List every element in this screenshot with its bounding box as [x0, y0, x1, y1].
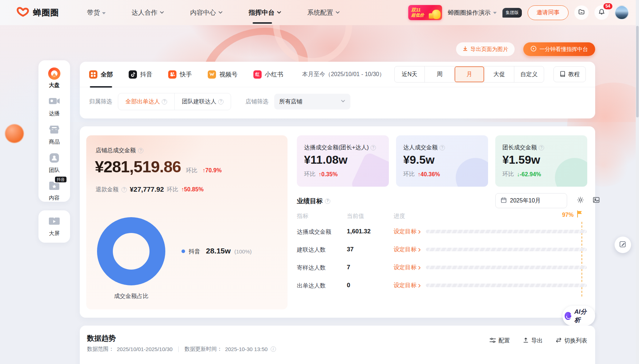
goal-progress-bar	[426, 284, 587, 287]
set-goal-link[interactable]: 设定目标	[394, 264, 422, 271]
menu-item-daihuo[interactable]: 带货	[74, 0, 119, 25]
owner-filter-label: 归属筛选	[89, 98, 112, 106]
trend-export-button[interactable]: 导出	[523, 337, 543, 345]
help-icon[interactable]: ?	[539, 145, 544, 150]
shop-gmv-value-row: ¥281,519.86 环比 ↑70.9%	[95, 158, 222, 176]
time-range-segmented: 近N天 周 月 大促 自定义	[394, 66, 544, 83]
tab-xiaohongshu[interactable]: 红 小红书	[253, 62, 283, 87]
account-switcher[interactable]: 蝉圈圈操作演示	[448, 9, 497, 17]
logo-text: 蝉圈圈	[33, 7, 59, 18]
help-icon[interactable]: ?	[371, 145, 376, 150]
douyin-tag-badge: 抖音	[55, 177, 66, 182]
team-icon	[49, 153, 60, 165]
dashboard-icon	[48, 67, 60, 80]
user-avatar[interactable]	[615, 5, 629, 20]
goal-progress-bar	[426, 266, 587, 269]
left-sidebar-bottom: 大屏	[38, 210, 70, 243]
goals-title: 业绩目标 ?	[297, 197, 330, 205]
goal-col-current: 当前值	[347, 213, 364, 220]
intro-video-button[interactable]: 一分钟看懂指挥中台	[523, 42, 595, 56]
data-range-value: 2025/10/01-2025/10/30	[117, 346, 173, 352]
ai-analysis-button[interactable]: AI分析	[562, 306, 595, 326]
tutorial-button[interactable]: 教程	[553, 66, 586, 82]
notifications-button[interactable]: 54	[594, 5, 609, 20]
goal-col-metric: 指标	[297, 213, 308, 220]
folder-icon	[578, 8, 585, 17]
help-icon[interactable]: ?	[218, 99, 224, 104]
shop-select[interactable]: 所有店铺	[274, 94, 350, 109]
sidebar-item-tuandui[interactable]: 团队	[49, 153, 60, 174]
stat-value: ¥1.59w	[502, 153, 540, 167]
card-decoration	[350, 151, 389, 187]
sidebar-item-daping[interactable]: 大屏	[48, 216, 60, 237]
menu-item-darenhezuo[interactable]: 达人合作	[119, 0, 177, 25]
goal-month-picker[interactable]: 2025年10月	[495, 193, 567, 208]
files-button[interactable]	[574, 5, 589, 20]
menu-item-xitongpeizhi[interactable]: 系统配置	[294, 0, 353, 25]
caret-down-icon	[102, 9, 106, 17]
sidebar-item-dabo[interactable]: 达播	[48, 96, 60, 117]
sidebar-item-dapan[interactable]: 大盘	[48, 67, 60, 89]
set-goal-link[interactable]: 设定目标	[394, 246, 422, 253]
trend-switch-list-button[interactable]: 切换列表	[556, 337, 587, 345]
stat-card-daren-gmv: 达人成交金额 ? ¥9.5w 环比 ↑40.36%	[396, 135, 488, 187]
tab-all[interactable]: 全部	[89, 62, 113, 87]
range-week[interactable]: 周	[424, 66, 454, 82]
tab-douyin[interactable]: 抖音	[129, 62, 152, 87]
hero-actions: 导出页面为图片 一分钟看懂指挥中台	[456, 42, 595, 56]
double11-promo-banner[interactable]: 双11 超低价	[408, 5, 442, 20]
chip-team-connected-creators[interactable]: 团队建联达人 ?	[174, 93, 231, 110]
menu-item-neirongzhongxin[interactable]: 内容中心	[177, 0, 236, 25]
play-circle-icon	[530, 46, 537, 53]
tab-kuaishou[interactable]: 快手	[168, 62, 192, 87]
help-icon[interactable]: ?	[121, 187, 127, 192]
set-goal-link[interactable]: 设定目标	[394, 282, 422, 289]
goal-row-name: 寄样达人数	[297, 264, 326, 272]
info-icon[interactable]: i	[271, 346, 276, 352]
goal-col-progress: 进度	[394, 213, 405, 220]
help-icon[interactable]: ?	[138, 148, 143, 153]
donut-caption: 成交金额占比	[102, 293, 160, 300]
promo-mascot-icon	[432, 10, 441, 19]
stat-mom: ↑40.36%	[418, 171, 440, 178]
help-icon[interactable]: ?	[162, 99, 167, 104]
range-month[interactable]: 月	[454, 66, 484, 82]
chip-all-order-creators[interactable]: 全部出单达人 ?	[118, 93, 174, 110]
trend-config-button[interactable]: 配置	[489, 337, 510, 345]
stat-mom: ↑0.35%	[318, 171, 337, 178]
invite-colleague-button[interactable]: 邀请同事	[528, 5, 569, 20]
filter-row: 归属筛选 全部出单达人 ? 团队建联达人 ? 店铺筛选 所有店铺	[80, 87, 595, 118]
notification-count-badge: 54	[603, 3, 612, 9]
kuaishou-icon	[168, 70, 176, 79]
data-trend-card: 数据趋势 数据范围： 2025/10/01-2025/10/30 数据更新时间：…	[80, 326, 595, 364]
trend-title: 数据趋势	[87, 333, 116, 343]
edition-badge: 集团版	[502, 8, 522, 18]
goal-export-image-button[interactable]	[592, 196, 600, 205]
goal-row-value: 0	[347, 282, 350, 289]
shop-gmv-card: 店铺总成交金额 ? ¥281,519.86 环比 ↑70.9% 退款金额 ? ¥…	[86, 135, 288, 309]
xiaohongshu-icon: 红	[253, 70, 262, 79]
feedback-edit-button[interactable]	[615, 237, 631, 253]
pencil-square-icon	[619, 240, 627, 249]
bell-icon	[598, 8, 605, 17]
menu-item-zhihuizhongtai[interactable]: 指挥中台	[236, 0, 294, 25]
sidebar-item-neirong[interactable]: 抖音 内容	[49, 181, 60, 201]
app-logo[interactable]: 蝉圈圈	[17, 6, 59, 19]
platform-filter-card: 全部 抖音 快手 视频号 红 小红书 本月至今（2025/10/01 - 10/…	[80, 62, 595, 118]
export-page-image-button[interactable]: 导出页面为图片	[456, 42, 515, 56]
range-promo[interactable]: 大促	[484, 66, 514, 82]
sidebar-item-shangpin[interactable]: 商品	[49, 124, 60, 145]
left-sidebar: 大盘 达播 商品 团队 抖音 内容	[38, 60, 70, 202]
scrollbar-thumb[interactable]	[636, 26, 639, 117]
wechat-channels-icon	[208, 70, 216, 79]
goal-progress-bar	[426, 248, 587, 251]
range-custom[interactable]: 自定义	[514, 66, 544, 82]
range-recent-n-days[interactable]: 近N天	[395, 66, 424, 82]
help-icon[interactable]: ?	[440, 145, 445, 150]
help-icon[interactable]: ?	[325, 199, 330, 204]
goal-settings-button[interactable]	[576, 196, 584, 205]
navbar-right: 双11 超低价 蝉圈圈操作演示 集团版 邀请同事 54	[408, 5, 629, 20]
sliders-icon	[489, 337, 496, 345]
set-goal-link[interactable]: 设定目标	[394, 228, 422, 235]
tab-shipinhao[interactable]: 视频号	[208, 62, 238, 87]
